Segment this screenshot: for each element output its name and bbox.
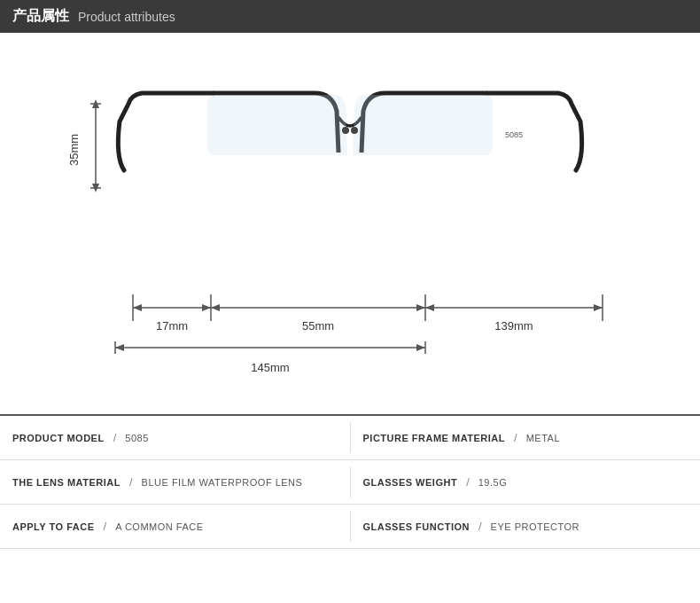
cell-sep-right-2: /	[478, 520, 482, 533]
specs-row-1: THE LENS MATERIAL / BLUE FILM WATERPROOF…	[0, 460, 700, 505]
header-title-en: Product attributes	[78, 10, 175, 24]
diagram-section: 5085 35mm	[0, 33, 700, 414]
svg-text:5085: 5085	[505, 130, 523, 139]
cell-value-left-1: BLUE FILM WATERPROOF LENS	[142, 477, 303, 488]
cell-sep-left-1: /	[129, 475, 133, 489]
cell-label-left-1: THE LENS MATERIAL	[12, 477, 121, 488]
svg-point-0	[342, 127, 349, 134]
dim-17mm-label: 17mm	[156, 319, 188, 333]
svg-point-1	[351, 127, 358, 134]
svg-marker-24	[115, 344, 124, 351]
svg-marker-14	[202, 304, 211, 311]
cell-value-right-1: 19.5G	[478, 477, 507, 488]
svg-marker-20	[594, 304, 603, 311]
dim-35mm-label: 35mm	[67, 134, 81, 166]
cell-value-left-0: 5085	[125, 433, 148, 443]
specs-row-2: APPLY TO FACE / A COMMON FACE GLASSES FU…	[0, 505, 700, 549]
cell-sep-right-0: /	[514, 431, 517, 444]
svg-marker-16	[211, 304, 220, 311]
specs-cell-left-2: APPLY TO FACE / A COMMON FACE	[0, 511, 351, 542]
specs-cell-right-2: GLASSES FUNCTION / EYE PROTECTOR	[351, 511, 701, 542]
cell-value-left-2: A COMMON FACE	[115, 521, 203, 532]
page-wrapper: 产品属性 Product attributes	[0, 0, 700, 603]
cell-sep-right-1: /	[466, 475, 470, 489]
specs-cell-left-1: THE LENS MATERIAL / BLUE FILM WATERPROOF…	[0, 466, 351, 497]
cell-label-left-2: APPLY TO FACE	[12, 521, 95, 532]
specs-row-0: PRODUCT MODEL / 5085 PICTURE FRAME MATER…	[0, 416, 700, 460]
svg-marker-17	[416, 304, 425, 311]
svg-marker-25	[416, 344, 425, 351]
glasses-img-area: 5085 35mm	[18, 33, 682, 414]
svg-marker-19	[425, 304, 434, 311]
cell-sep-left-2: /	[104, 520, 107, 533]
svg-marker-6	[92, 99, 99, 108]
specs-cell-right-1: GLASSES WEIGHT / 19.5G	[351, 466, 701, 497]
cell-label-left-0: PRODUCT MODEL	[12, 433, 105, 443]
cell-label-right-2: GLASSES FUNCTION	[363, 521, 470, 532]
specs-cell-left-0: PRODUCT MODEL / 5085	[0, 422, 351, 453]
cell-label-right-1: GLASSES WEIGHT	[363, 477, 458, 488]
specs-table: PRODUCT MODEL / 5085 PICTURE FRAME MATER…	[0, 414, 700, 549]
svg-marker-13	[133, 304, 142, 311]
svg-marker-7	[92, 184, 99, 192]
dim-55mm-label: 55mm	[302, 319, 334, 333]
dim-145mm-label: 145mm	[251, 361, 289, 374]
measurement-svg: 5085 35mm	[18, 33, 682, 414]
header: 产品属性 Product attributes	[0, 0, 700, 33]
cell-sep-left-0: /	[113, 431, 117, 444]
cell-label-right-0: PICTURE FRAME MATERIAL	[363, 433, 506, 443]
cell-value-right-2: EYE PROTECTOR	[491, 521, 579, 532]
header-title-zh: 产品属性	[12, 7, 69, 26]
dim-139mm-label: 139mm	[494, 319, 533, 333]
specs-cell-right-0: PICTURE FRAME MATERIAL / METAL	[351, 422, 701, 453]
cell-value-right-0: METAL	[526, 433, 560, 443]
